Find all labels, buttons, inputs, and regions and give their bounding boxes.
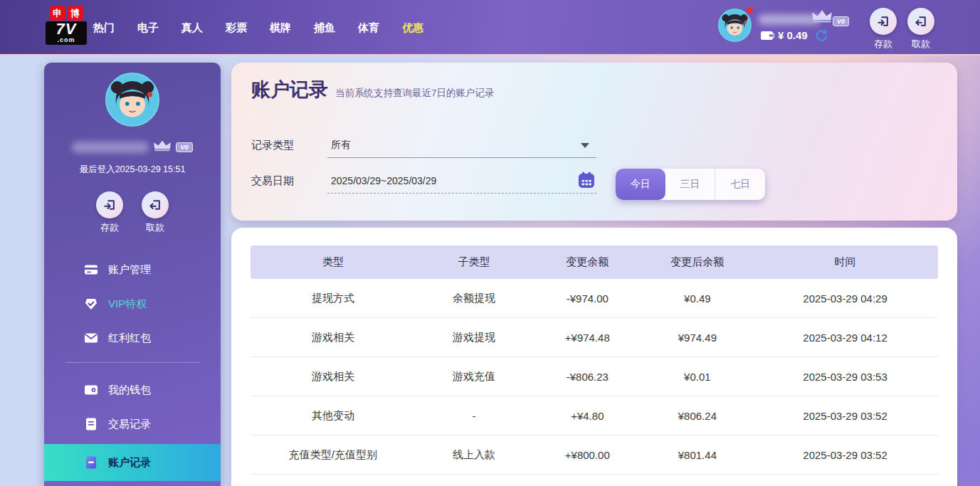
nav-item-棋牌[interactable]: 棋牌 [269, 21, 292, 35]
sidebar-item-label: 我的钱包 [108, 384, 151, 397]
brand-sub: .com [47, 37, 85, 43]
brand-logo[interactable]: 申 博 7V .com [46, 6, 87, 45]
last-login-text: 最后登入2025-03-29 15:51 [44, 164, 221, 176]
range-tab-今日[interactable]: 今日 [616, 169, 665, 200]
filter-panel: 账户记录 当前系统支持查询最近7日的账户记录 记录类型 所有 交易日期 2025… [231, 63, 957, 221]
cell-subtype: - [416, 410, 532, 422]
cell-time: 2025-03-29 04:12 [752, 332, 938, 344]
sidebar-item-红利红包[interactable]: 红利红包 [44, 321, 221, 355]
cell-type: 其他变动 [251, 409, 416, 423]
brand-box-2: 博 [68, 6, 83, 21]
cell-type: 游戏相关 [251, 331, 416, 344]
top-navbar: 申 博 7V .com 热门电子真人彩票棋牌捕鱼体育优惠 [0, 0, 980, 56]
sidebar-item-label: 交易记录 [108, 418, 151, 431]
date-range-tabs: 今日三日七日 [616, 169, 765, 200]
cell-change: -¥974.00 [532, 292, 643, 305]
cell-type: 提现方式 [251, 292, 416, 305]
sidebar-item-账户管理[interactable]: 账户管理 [44, 253, 221, 287]
sidebar-avatar [105, 73, 159, 127]
date-underline [327, 193, 596, 194]
cell-subtype: 游戏充值 [416, 370, 532, 384]
sidebar-deposit-button[interactable]: 存款 [96, 191, 123, 234]
nav-item-电子[interactable]: 电子 [137, 21, 159, 35]
refresh-icon[interactable] [816, 29, 828, 41]
brand-main: 7V [47, 21, 85, 37]
date-range-value: 2025/03/29~2025/03/29 [331, 175, 436, 186]
sidebar-withdraw-label: 取款 [146, 221, 164, 234]
vip-icon [84, 297, 98, 311]
sidebar-item-我的钱包[interactable]: 我的钱包 [44, 373, 221, 407]
record-type-value: 所有 [331, 139, 351, 152]
envelope-icon [84, 331, 98, 345]
vip-crown-icon: V0 [811, 9, 849, 26]
sidebar-item-label: 红利红包 [108, 332, 151, 345]
withdraw-icon [914, 14, 928, 28]
table-row: 提现方式余额提现-¥974.00¥0.492025-03-29 04:29 [251, 279, 938, 318]
table-body: 提现方式余额提现-¥974.00¥0.492025-03-29 04:29游戏相… [251, 279, 938, 475]
doc-icon [84, 417, 98, 431]
select-underline [327, 157, 596, 158]
column-header-子类型: 子类型 [416, 255, 532, 269]
nav-item-真人[interactable]: 真人 [181, 21, 204, 35]
nav-item-优惠[interactable]: 优惠 [401, 21, 424, 35]
table-row: 游戏相关游戏充值-¥806.23¥0.012025-03-29 03:53 [251, 357, 938, 396]
nav-item-捕鱼[interactable]: 捕鱼 [313, 21, 336, 35]
cell-balance: ¥806.24 [643, 410, 753, 422]
sidebar-item-label: 账户记录 [108, 456, 151, 470]
deposit-button[interactable]: 存款 [870, 8, 897, 51]
vip-level-badge: V0 [833, 16, 849, 26]
withdraw-button[interactable]: 取款 [907, 8, 934, 51]
range-tab-三日[interactable]: 三日 [665, 169, 716, 200]
wallet-icon [84, 383, 98, 397]
withdraw-label: 取款 [912, 38, 930, 51]
range-tab-七日[interactable]: 七日 [715, 169, 765, 200]
cell-change: +¥4.80 [532, 410, 643, 422]
record-type-select[interactable]: 所有 [331, 132, 596, 158]
record-type-label: 记录类型 [251, 139, 331, 152]
header-user-area: V0 ¥ 0.49 存款 [717, 0, 980, 56]
nav-item-热门[interactable]: 热门 [93, 21, 115, 35]
nav-item-体育[interactable]: 体育 [357, 21, 380, 35]
sidebar-vip-crown-icon [153, 139, 172, 155]
balance-amount: ¥ 0.49 [778, 29, 808, 41]
cell-subtype: 余额提现 [416, 292, 532, 305]
sidebar-item-账户记录[interactable]: 账户记录 [44, 444, 221, 481]
sidebar-item-label: 账户管理 [108, 263, 151, 277]
user-avatar[interactable] [718, 9, 752, 42]
nav-item-彩票[interactable]: 彩票 [225, 21, 248, 35]
sidebar-username-blurred [72, 142, 149, 153]
cell-balance: ¥974.49 [643, 332, 753, 344]
cell-time: 2025-03-29 04:29 [752, 292, 938, 305]
sidebar-item-label: VIP特权 [108, 297, 147, 311]
cell-subtype: 线上入款 [416, 448, 532, 462]
calendar-icon[interactable] [576, 170, 596, 193]
cell-change: -¥806.23 [532, 371, 643, 383]
sidebar-vip-level-badge: V0 [176, 142, 192, 152]
deposit-icon [102, 198, 117, 212]
column-header-类型: 类型 [251, 255, 416, 269]
cell-type: 充值类型/充值型别 [251, 448, 416, 462]
table-row: 其他变动-+¥4.80¥806.242025-03-29 03:52 [251, 396, 938, 435]
cell-change: +¥800.00 [532, 449, 643, 461]
sidebar-avatar-image [107, 74, 158, 125]
cell-type: 游戏相关 [251, 370, 416, 384]
notification-dot [747, 7, 753, 14]
sidebar-deposit-label: 存款 [100, 221, 119, 234]
chevron-down-icon [581, 143, 589, 148]
cell-balance: ¥0.01 [643, 371, 753, 383]
cell-change: +¥974.48 [532, 332, 643, 344]
main-nav: 热门电子真人彩票棋牌捕鱼体育优惠 [93, 0, 424, 56]
cell-balance: ¥801.44 [643, 449, 753, 461]
trade-date-label: 交易日期 [251, 174, 331, 188]
withdraw-icon [148, 198, 162, 212]
sidebar-withdraw-button[interactable]: 取款 [142, 191, 169, 234]
sidebar-item-交易记录[interactable]: 交易记录 [44, 407, 221, 441]
column-header-变更余额: 变更余额 [532, 255, 643, 269]
wallet-icon [761, 31, 774, 41]
sidebar-item-VIP特权[interactable]: VIP特权 [44, 287, 221, 321]
cell-time: 2025-03-29 03:52 [752, 410, 938, 422]
cell-time: 2025-03-29 03:53 [752, 371, 938, 383]
sidebar: V0 最后登入2025-03-29 15:51 存款 取款 账户管理VIP特权红… [44, 63, 221, 486]
column-header-时间: 时间 [752, 255, 938, 269]
date-range-input[interactable]: 2025/03/29~2025/03/29 [331, 168, 596, 194]
